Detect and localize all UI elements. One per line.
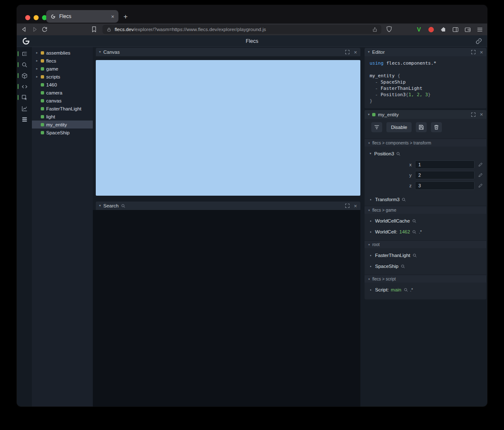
- search-icon[interactable]: [412, 253, 417, 258]
- caret-icon[interactable]: ▸: [35, 67, 39, 71]
- edit-pencil-icon[interactable]: [478, 162, 483, 167]
- caret-icon[interactable]: ▸: [35, 51, 39, 55]
- close-icon[interactable]: ×: [480, 112, 483, 117]
- filter-button[interactable]: [371, 122, 382, 132]
- caret-icon: ▾: [368, 209, 370, 212]
- tree-item-light[interactable]: light: [32, 113, 93, 121]
- caret-icon[interactable]: ▾: [99, 50, 101, 54]
- component-row-worldcellcache[interactable]: WorldCellCache: [365, 215, 486, 226]
- component-row-position3[interactable]: ▾ Position3: [365, 148, 486, 159]
- menu-icon[interactable]: [476, 26, 483, 33]
- sidebar-item-charts[interactable]: [17, 103, 32, 114]
- edit-pencil-icon[interactable]: [478, 172, 483, 178]
- tab-close-icon[interactable]: ×: [111, 14, 114, 19]
- component-row-transform3[interactable]: Transform3: [365, 194, 486, 205]
- search-icon[interactable]: [396, 152, 401, 156]
- section-header-script[interactable]: ▾ flecs > script: [365, 275, 486, 283]
- caret-icon[interactable]: ▾: [368, 113, 370, 116]
- new-tab-button[interactable]: +: [123, 13, 128, 20]
- sidebar-item-stats[interactable]: [17, 114, 32, 125]
- component-row-spaceship[interactable]: SpaceShip: [365, 261, 486, 272]
- close-icon[interactable]: ×: [354, 50, 357, 55]
- close-icon[interactable]: ×: [480, 50, 483, 55]
- sidebar-toggle-icon[interactable]: [452, 26, 459, 33]
- link-icon: [475, 38, 482, 45]
- field-row-z: z: [365, 180, 486, 191]
- expand-icon[interactable]: [345, 203, 350, 208]
- v-extension-icon[interactable]: V: [415, 26, 423, 33]
- field-row-x: x: [365, 159, 486, 170]
- component-row-worldcell[interactable]: WorldCell: 1462 .*: [365, 226, 486, 237]
- permalink-button[interactable]: [475, 38, 482, 45]
- window-close-button[interactable]: [25, 15, 30, 20]
- component-row-fasterthanlight[interactable]: FasterThanLight: [365, 250, 486, 261]
- section-header-root[interactable]: ▾ root: [365, 241, 486, 248]
- canvas-viewport[interactable]: [96, 60, 360, 196]
- back-button[interactable]: [21, 26, 28, 33]
- expand-icon[interactable]: [471, 50, 476, 55]
- bookmark-button[interactable]: [90, 26, 98, 33]
- position3-x-input[interactable]: [415, 160, 475, 169]
- component-name: WorldCell:: [375, 229, 397, 234]
- shield-button[interactable]: [386, 26, 393, 33]
- extensions-puzzle-icon[interactable]: [440, 26, 447, 33]
- tree-item-camera[interactable]: camera: [32, 89, 93, 97]
- caret-icon[interactable]: ▾: [369, 152, 372, 155]
- position3-y-input[interactable]: [415, 171, 475, 179]
- filter-icon: [374, 124, 380, 130]
- tree-item-1460[interactable]: 1460: [32, 81, 93, 89]
- reload-button[interactable]: [41, 26, 48, 33]
- address-bar[interactable]: flecs.dev/explorer/?wasm=https://www.fle…: [102, 25, 381, 34]
- tree-item-canvas[interactable]: canvas: [32, 97, 93, 105]
- caret-icon[interactable]: ▾: [368, 50, 370, 54]
- component-row-script[interactable]: Script: main .*: [365, 284, 486, 295]
- caret-icon[interactable]: ▸: [35, 59, 39, 63]
- wallet-icon[interactable]: [464, 26, 471, 33]
- browser-tab[interactable]: Flecs ×: [46, 10, 118, 23]
- search-results-area: [93, 210, 360, 406]
- expand-icon[interactable]: [471, 112, 476, 117]
- position3-z-input[interactable]: [415, 181, 475, 190]
- bars-icon: [21, 116, 28, 123]
- search-icon[interactable]: [402, 197, 406, 202]
- sidebar-item-search[interactable]: [17, 59, 32, 70]
- inspector-panel: ▾ my_entity × Disable ▾ flecs > componen…: [365, 110, 486, 299]
- caret-icon[interactable]: ▸: [35, 75, 39, 79]
- share-icon[interactable]: [372, 27, 378, 32]
- window-minimize-button[interactable]: [34, 15, 39, 20]
- code-line: using flecs.components.*: [370, 60, 481, 66]
- edit-pencil-icon[interactable]: [478, 183, 483, 188]
- save-button[interactable]: [416, 122, 427, 132]
- tree-item-assemblies[interactable]: ▸assemblies: [32, 49, 93, 57]
- close-icon[interactable]: ×: [354, 203, 357, 209]
- search-icon[interactable]: [412, 230, 417, 234]
- sidebar-item-editor[interactable]: [17, 81, 32, 92]
- search-icon[interactable]: [412, 219, 417, 223]
- tree-item-fasterthanlight[interactable]: FasterThanLight: [32, 105, 93, 113]
- section-header-game[interactable]: ▾ flecs > game: [365, 206, 486, 214]
- search-icon[interactable]: [401, 264, 405, 269]
- disable-button[interactable]: Disable: [386, 122, 412, 132]
- caret-icon[interactable]: ▾: [99, 204, 101, 207]
- tree-item-spaceship[interactable]: SpaceShip: [32, 128, 93, 136]
- sidebar-item-inspector[interactable]: [17, 92, 32, 103]
- tree-item-game[interactable]: ▸game: [32, 65, 93, 73]
- search-icon[interactable]: [404, 288, 408, 292]
- tree-item-my-entity[interactable]: my_entity: [32, 121, 93, 128]
- editor-content[interactable]: using flecs.components.* my_entity { - S…: [365, 56, 486, 108]
- entity-color-dot: [41, 91, 44, 94]
- sidebar-item-canvas[interactable]: [17, 70, 32, 81]
- forward-button[interactable]: [31, 26, 38, 33]
- tree-item-flecs[interactable]: ▸flecs: [32, 57, 93, 65]
- code-line: - SpaceShip: [370, 79, 481, 85]
- entity-color-dot: [41, 123, 44, 126]
- red-dot-extension-icon[interactable]: [428, 26, 435, 33]
- delete-button[interactable]: [431, 122, 442, 132]
- tree-item-scripts[interactable]: ▸scripts: [32, 73, 93, 81]
- expand-icon[interactable]: [345, 50, 350, 55]
- component-name: Script:: [375, 287, 389, 292]
- section-header-transform[interactable]: ▾ flecs > components > transform: [365, 139, 486, 147]
- bullet-dot: [370, 266, 371, 267]
- panel-title: Search: [103, 203, 118, 208]
- sidebar-item-tree[interactable]: [17, 48, 32, 59]
